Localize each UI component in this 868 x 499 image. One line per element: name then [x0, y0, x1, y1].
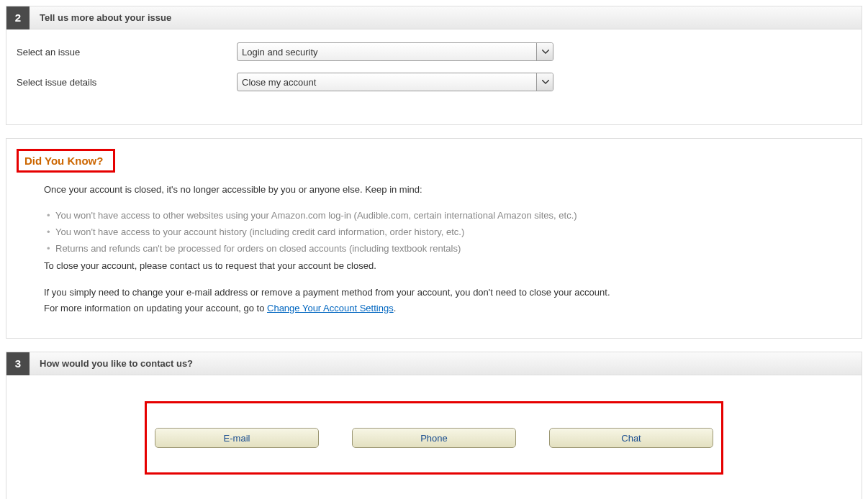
info-para-2: For more information on updating your ac… — [44, 301, 846, 316]
contact-buttons-group: E-mail Phone Chat — [145, 401, 723, 475]
phone-button[interactable]: Phone — [352, 428, 516, 448]
did-you-know-box: Did You Know? Once your account is close… — [6, 138, 862, 339]
step3-number: 3 — [6, 352, 30, 375]
change-account-settings-link[interactable]: Change Your Account Settings — [267, 303, 394, 313]
info-content: Once your account is closed, it's no lon… — [17, 183, 846, 315]
issue-select-wrapper[interactable]: Login and security — [237, 42, 553, 61]
chat-button[interactable]: Chat — [549, 428, 713, 448]
step3-section: 3 How would you like to contact us? E-ma… — [6, 352, 862, 499]
issue-details-row: Select issue details Close my account — [14, 73, 854, 91]
info-bullet: You won't have access to other websites … — [44, 207, 846, 224]
step3-body: E-mail Phone Chat — [6, 375, 862, 499]
info-para2-prefix: For more information on updating your ac… — [44, 303, 267, 313]
step2-body: Select an issue Login and security Selec… — [6, 29, 862, 124]
issue-details-label: Select issue details — [14, 77, 237, 88]
step2-title: Tell us more about your issue — [40, 12, 171, 23]
step3-header: 3 How would you like to contact us? — [6, 352, 862, 375]
info-intro: Once your account is closed, it's no lon… — [44, 183, 846, 197]
step2-section: 2 Tell us more about your issue Select a… — [6, 6, 862, 125]
info-bullet: Returns and refunds can't be processed f… — [44, 240, 846, 257]
issue-select[interactable]: Login and security — [237, 42, 553, 61]
info-bullet: You won't have access to your account hi… — [44, 224, 846, 240]
step2-number: 2 — [6, 6, 30, 29]
step3-title: How would you like to contact us? — [40, 358, 193, 369]
issue-details-select[interactable]: Close my account — [237, 73, 553, 91]
issue-details-select-wrapper[interactable]: Close my account — [237, 73, 553, 91]
issue-label: Select an issue — [14, 47, 237, 58]
info-para2-suffix: . — [394, 303, 397, 313]
info-para-1: If you simply need to change your e-mail… — [44, 285, 846, 300]
step2-header: 2 Tell us more about your issue — [6, 6, 862, 29]
email-button[interactable]: E-mail — [155, 428, 319, 448]
info-list: You won't have access to other websites … — [44, 207, 846, 257]
info-close-line: To close your account, please contact us… — [44, 259, 846, 273]
issue-row: Select an issue Login and security — [14, 42, 854, 61]
did-you-know-heading: Did You Know? — [17, 149, 115, 173]
